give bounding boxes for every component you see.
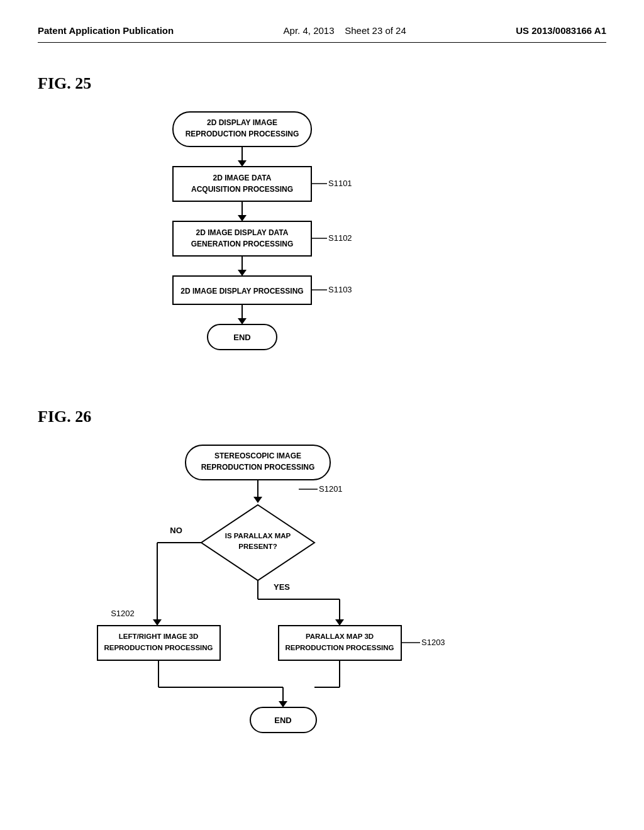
fig26-label: FIG. 26 (38, 407, 606, 426)
figure-26-section: FIG. 26 STEREOSCOPIC IMAGE REPRODUCTION … (38, 407, 606, 753)
svg-text:2D IMAGE DISPLAY PROCESSING: 2D IMAGE DISPLAY PROCESSING (180, 287, 303, 296)
svg-text:2D IMAGE DATA: 2D IMAGE DATA (213, 174, 272, 182)
header-left: Patent Application Publication (38, 25, 174, 36)
svg-text:NO: NO (170, 526, 182, 535)
header: Patent Application Publication Apr. 4, 2… (38, 25, 606, 43)
svg-rect-12 (173, 221, 311, 256)
page: Patent Application Publication Apr. 4, 2… (0, 0, 644, 830)
svg-marker-45 (335, 619, 344, 626)
svg-text:PARALLAX MAP 3D: PARALLAX MAP 3D (306, 633, 374, 640)
svg-rect-50 (279, 626, 401, 660)
svg-marker-24 (238, 318, 247, 324)
svg-text:S1103: S1103 (328, 285, 352, 294)
svg-marker-4 (238, 160, 247, 167)
svg-text:PRESENT?: PRESENT? (238, 543, 277, 550)
fig26-diagram: STEREOSCOPIC IMAGE REPRODUCTION PROCESSI… (88, 439, 478, 753)
pub-date: Apr. 4, 2013 (284, 25, 335, 36)
fig25-diagram: 2D DISPLAY IMAGE REPRODUCTION PROCESSING… (101, 106, 415, 370)
svg-text:END: END (274, 716, 291, 725)
svg-rect-46 (97, 626, 220, 660)
svg-text:S1102: S1102 (328, 233, 352, 243)
svg-marker-18 (238, 270, 247, 276)
svg-text:GENERATION PROCESSING: GENERATION PROCESSING (191, 240, 293, 248)
svg-text:LEFT/RIGHT IMAGE 3D: LEFT/RIGHT IMAGE 3D (119, 633, 199, 640)
patent-number: US 2013/0083166 A1 (516, 25, 606, 36)
svg-text:YES: YES (274, 582, 290, 592)
svg-text:S1201: S1201 (319, 484, 343, 494)
svg-marker-31 (253, 497, 262, 503)
header-right: US 2013/0083166 A1 (516, 25, 606, 36)
svg-marker-41 (153, 619, 162, 626)
svg-text:STEREOSCOPIC IMAGE: STEREOSCOPIC IMAGE (214, 451, 301, 460)
publication-label: Patent Application Publication (38, 25, 174, 36)
svg-marker-60 (279, 701, 287, 707)
sheet-info: Sheet 23 of 24 (345, 25, 406, 36)
svg-text:REPRODUCTION PROCESSING: REPRODUCTION PROCESSING (201, 463, 315, 472)
svg-text:S1202: S1202 (111, 609, 135, 618)
svg-text:2D DISPLAY IMAGE: 2D DISPLAY IMAGE (207, 118, 277, 127)
svg-text:END: END (233, 333, 250, 342)
svg-text:ACQUISITION PROCESSING: ACQUISITION PROCESSING (191, 185, 293, 194)
fig25-label: FIG. 25 (38, 74, 606, 93)
svg-text:2D IMAGE DISPLAY DATA: 2D IMAGE DISPLAY DATA (196, 228, 289, 237)
svg-text:S1203: S1203 (421, 638, 445, 647)
svg-text:REPRODUCTION PROCESSING: REPRODUCTION PROCESSING (104, 644, 213, 651)
svg-rect-5 (173, 167, 311, 201)
svg-text:S1101: S1101 (328, 179, 352, 188)
svg-text:REPRODUCTION PROCESSING: REPRODUCTION PROCESSING (186, 130, 299, 138)
svg-marker-11 (238, 215, 247, 221)
svg-text:REPRODUCTION PROCESSING: REPRODUCTION PROCESSING (285, 644, 394, 651)
figure-25-section: FIG. 25 2D DISPLAY IMAGE REPRODUCTION PR… (38, 74, 606, 370)
svg-text:IS PARALLAX MAP: IS PARALLAX MAP (225, 532, 291, 540)
header-center: Apr. 4, 2013 Sheet 23 of 24 (284, 25, 406, 36)
